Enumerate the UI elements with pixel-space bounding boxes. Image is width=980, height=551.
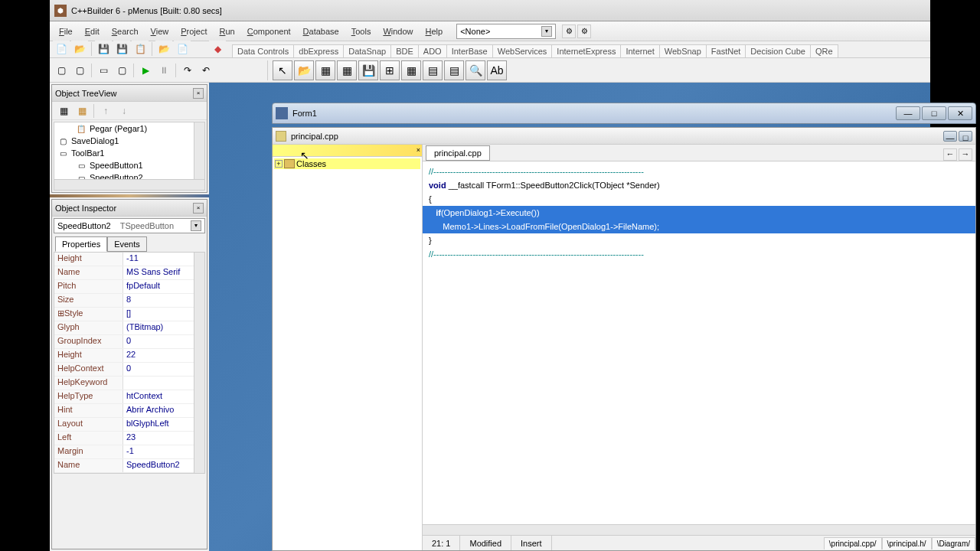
unit-button[interactable]: ▢ [71,62,88,79]
property-row[interactable]: Height-11 [54,253,204,266]
property-row[interactable]: NameMS Sans Serif [54,266,204,280]
menu-component[interactable]: Component [241,24,297,39]
minimize-button[interactable]: — [896,106,920,120]
minimize-button[interactable]: — [943,131,957,142]
removefile-button[interactable]: 📄 [174,41,191,57]
code-tab[interactable]: principal.cpp [426,145,490,161]
palette-tab[interactable]: DataSnap [343,44,391,57]
scrollbar-v[interactable] [194,122,204,179]
library-combo[interactable]: <None> ▾ [456,24,556,39]
comp6-button[interactable]: ▦ [401,60,421,80]
comp9-button[interactable]: 🔍 [466,60,485,80]
property-row[interactable]: Size8 [54,294,204,308]
treeview[interactable]: 📋Pegar (Pegar1)▢SaveDialog1▭ToolBar1▭Spe… [54,122,205,191]
palette-tab[interactable]: InterBase [446,44,493,57]
maximize-button[interactable]: □ [959,131,972,142]
menu-window[interactable]: Window [377,24,419,39]
scrollbar-h[interactable] [54,179,204,190]
prop-value[interactable]: 0 [123,335,204,348]
prop-value[interactable] [123,377,204,390]
editor-titlebar[interactable]: principal.cpp — □ [273,128,975,145]
menu-tools[interactable]: Tools [345,24,377,39]
inspector-object-combo[interactable]: SpeedButton2 TSpeedButton ▾ [54,218,205,233]
prop-value[interactable]: Abrir Archivo [123,404,204,417]
comp2-button[interactable]: ▦ [315,60,335,80]
prop-value[interactable]: 8 [123,294,204,307]
tree-item[interactable]: ▭ToolBar1 [54,147,204,159]
prop-value[interactable]: SpeedButton2 [123,459,204,472]
prop-value[interactable]: blGlyphLeft [123,418,204,431]
config2-icon[interactable]: ⚙ [577,24,591,38]
menu-database[interactable]: Database [297,24,345,39]
chevron-down-icon[interactable]: ▾ [191,220,201,231]
palette-tab[interactable]: WebServices [492,44,553,57]
nav-back-button[interactable]: ← [943,148,957,161]
new-button[interactable]: 📄 [53,41,70,57]
prop-value[interactable]: (TBitmap) [123,321,204,334]
tree-btn2[interactable]: ▦ [74,103,90,119]
prop-value[interactable]: 22 [123,349,204,362]
menu-run[interactable]: Run [214,24,241,39]
palette-tab[interactable]: FastNet [706,44,746,57]
menu-file[interactable]: File [53,24,79,39]
code-editor[interactable]: //--------------------------------------… [423,161,975,535]
palette-tab[interactable]: Decision Cube [745,44,811,57]
scrollbar-h[interactable] [423,524,975,535]
tree-item[interactable]: ▢SaveDialog1 [54,135,204,147]
prop-value[interactable]: 23 [123,432,204,445]
down-icon[interactable]: ↓ [116,103,132,119]
prop-value[interactable]: -11 [123,253,204,266]
project-button[interactable]: 📋 [132,41,149,57]
palette-tab[interactable]: dbExpress [293,44,344,57]
palette-tab[interactable]: ADO [418,44,447,57]
close-icon[interactable]: × [193,203,204,214]
comp5-button[interactable]: ⊞ [380,60,400,80]
tree-btn1[interactable]: ▦ [55,103,72,119]
menu-search[interactable]: Search [106,24,145,39]
menu-edit[interactable]: Edit [79,24,106,39]
prop-value[interactable]: MS Sans Serif [123,266,204,279]
stepinto-button[interactable]: ↶ [198,62,214,79]
newform-button[interactable]: ▢ [113,62,130,79]
stepover-button[interactable]: ↷ [179,62,196,79]
up-icon[interactable]: ↑ [97,103,114,119]
property-row[interactable]: GroupIndex0 [54,335,204,349]
property-row[interactable]: Margin-1 [54,445,204,459]
open-button[interactable]: 📂 [71,41,88,57]
help-button[interactable]: ◆ [209,41,226,57]
comp3-button[interactable]: ▦ [337,60,357,80]
form-button[interactable]: ▢ [53,62,70,79]
property-row[interactable]: ⊞Style[] [54,308,204,321]
saveall-button[interactable]: 💾 [113,41,130,57]
property-row[interactable]: NameSpeedButton2 [54,459,204,473]
chevron-down-icon[interactable]: ▾ [541,26,552,37]
property-row[interactable]: HelpContext0 [54,363,204,377]
tab-properties[interactable]: Properties [55,236,107,252]
maximize-button[interactable]: □ [922,106,946,120]
property-row[interactable]: Height22 [54,349,204,363]
property-row[interactable]: HelpKeyword [54,377,204,390]
property-row[interactable]: Glyph(TBitmap) [54,321,204,335]
palette-tab[interactable]: QRe [810,44,838,57]
tab-events[interactable]: Events [107,236,147,252]
property-row[interactable]: LayoutblGlyphLeft [54,418,204,432]
property-row[interactable]: HelpTypehtContext [54,390,204,404]
prop-value[interactable]: htContext [123,390,204,403]
nav-forward-button[interactable]: → [959,148,972,161]
property-row[interactable]: Left23 [54,432,204,445]
status-tab[interactable]: \principal.cpp/ [824,537,882,549]
class-tree-item[interactable]: + Classes [274,158,420,169]
class-browser[interactable]: × ↖ + Classes [273,145,423,550]
prop-value[interactable]: [] [123,308,204,321]
pause-button[interactable]: ⏸ [155,62,172,79]
palette-tab[interactable]: WebSnap [659,44,707,57]
menu-help[interactable]: Help [420,24,449,39]
addfile-button[interactable]: 📂 [155,41,172,57]
property-row[interactable]: HintAbrir Archivo [54,404,204,418]
property-row[interactable]: PitchfpDefault [54,280,204,294]
comp10-button[interactable]: Ab [487,60,507,80]
run-button[interactable]: ▶ [137,62,154,79]
expand-icon[interactable]: + [275,160,283,168]
comp8-button[interactable]: ▤ [444,60,464,80]
menu-view[interactable]: View [145,24,175,39]
